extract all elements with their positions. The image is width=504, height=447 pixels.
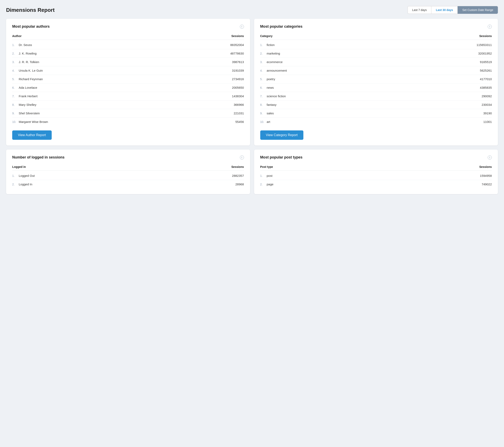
page-title: Dimensions Report	[6, 7, 54, 13]
row-rank: 2.	[260, 52, 267, 55]
post-types-card-title: Most popular post types	[260, 155, 303, 160]
row-name: J. K. Rowling	[19, 52, 224, 55]
row-sessions: 9165519	[471, 60, 492, 64]
row-name: sales	[267, 111, 472, 115]
row-name: post	[267, 174, 472, 178]
row-sessions: 11001	[471, 120, 492, 124]
post-types-card-header: Most popular post types i	[260, 155, 492, 160]
row-rank: 3.	[12, 60, 19, 64]
table-row: 4. announcement 5625261	[260, 66, 492, 75]
row-sessions: 221031	[224, 111, 244, 115]
post-types-table-header: Post type Sessions	[260, 163, 492, 171]
authors-table-header: Author Sessions	[12, 33, 244, 40]
row-sessions: 290092	[471, 94, 492, 98]
row-name: fantasy	[267, 103, 472, 107]
table-row: 6. Ada Lovelace 2005650	[12, 83, 244, 92]
date-controls: Last 7 days Last 30 days Set Custom Date…	[408, 6, 498, 14]
row-rank: 5.	[260, 77, 267, 81]
row-sessions: 28968	[224, 182, 244, 186]
table-row: 5. poetry 4177010	[260, 75, 492, 83]
table-row: 3. J. R. R. Tolkien 3987613	[12, 58, 244, 66]
row-sessions: 4177010	[471, 77, 492, 81]
row-rank: 5.	[12, 77, 19, 81]
table-row: 2. page 749022	[260, 180, 492, 188]
row-name: announcement	[267, 69, 472, 72]
categories-card-title: Most popular categories	[260, 24, 303, 29]
row-sessions: 1438304	[224, 94, 244, 98]
post-types-info-icon[interactable]: i	[488, 155, 492, 160]
logged-in-card: Number of logged in sessions i Logged in…	[6, 150, 250, 194]
table-row: 1. Logged Out 2882357	[12, 172, 244, 180]
categories-card: Most popular categories i Category Sessi…	[254, 19, 498, 145]
categories-table-body: 1. fiction 115653311 2. marketing 320019…	[260, 41, 492, 126]
row-name: J. R. R. Tolkien	[19, 60, 224, 64]
custom-date-range-button[interactable]: Set Custom Date Range	[458, 6, 498, 14]
table-row: 3. ecommerce 9165519	[260, 58, 492, 66]
row-sessions: 115653311	[471, 43, 492, 47]
logged-in-table-body: 1. Logged Out 2882357 2. Logged In 28968	[12, 172, 244, 188]
authors-card: Most popular authors i Author Sessions 1…	[6, 19, 250, 145]
categories-info-icon[interactable]: i	[488, 25, 492, 29]
logged-in-info-icon[interactable]: i	[240, 155, 244, 160]
categories-table-header: Category Sessions	[260, 33, 492, 40]
table-row: 10. art 11001	[260, 118, 492, 126]
row-sessions: 48778630	[224, 52, 244, 55]
row-name: Shel Silverstein	[19, 111, 224, 115]
row-sessions: 88352004	[224, 43, 244, 47]
row-name: Ada Lovelace	[19, 86, 224, 89]
row-sessions: 39190	[471, 111, 492, 115]
table-row: 1. Dr. Seuss 88352004	[12, 41, 244, 49]
categories-col-category: Category	[260, 34, 273, 38]
row-sessions: 3191039	[224, 69, 244, 72]
view-author-report-button[interactable]: View Author Report	[12, 130, 52, 140]
row-name: Dr. Seuss	[19, 43, 224, 47]
row-name: Frank Herbert	[19, 94, 224, 98]
logged-in-card-title: Number of logged in sessions	[12, 155, 65, 160]
row-rank: 10.	[260, 120, 267, 124]
logged-in-table-header: Logged in Sessions	[12, 163, 244, 171]
row-sessions: 3987613	[224, 60, 244, 64]
table-row: 8. fantasy 230034	[260, 101, 492, 109]
logged-in-col-type: Logged in	[12, 165, 26, 168]
row-name: fiction	[267, 43, 472, 47]
last-30-days-button[interactable]: Last 30 days	[431, 6, 458, 14]
post-types-col-type: Post type	[260, 165, 273, 168]
table-row: 10. Margaret Wise Brown 55456	[12, 118, 244, 126]
row-name: Ursula K. Le Guin	[19, 69, 224, 72]
last-7-days-button[interactable]: Last 7 days	[408, 6, 431, 14]
authors-col-author: Author	[12, 34, 21, 38]
row-rank: 9.	[260, 112, 267, 115]
categories-col-sessions: Sessions	[479, 34, 492, 38]
row-rank: 10.	[12, 120, 19, 124]
row-name: ecommerce	[267, 60, 472, 64]
post-types-table-body: 1. post 1594958 2. page 749022	[260, 172, 492, 188]
table-row: 7. science fiction 290092	[260, 92, 492, 101]
view-category-report-button[interactable]: View Category Report	[260, 130, 303, 140]
row-rank: 7.	[12, 95, 19, 98]
row-sessions: 1594958	[471, 174, 492, 178]
table-row: 9. sales 39190	[260, 109, 492, 118]
row-sessions: 32001952	[471, 52, 492, 55]
authors-card-header: Most popular authors i	[12, 24, 244, 29]
row-rank: 2.	[260, 183, 267, 186]
post-types-col-sessions: Sessions	[479, 165, 492, 168]
row-name: poetry	[267, 77, 472, 81]
row-name: page	[267, 182, 472, 186]
table-row: 4. Ursula K. Le Guin 3191039	[12, 66, 244, 75]
row-sessions: 5625261	[471, 69, 492, 72]
table-row: 5. Richard Feynman 2734916	[12, 75, 244, 83]
authors-info-icon[interactable]: i	[240, 25, 244, 29]
logged-in-col-sessions: Sessions	[231, 165, 244, 168]
row-name: Richard Feynman	[19, 77, 224, 81]
row-rank: 1.	[12, 174, 19, 178]
row-sessions: 55456	[224, 120, 244, 124]
row-rank: 1.	[260, 43, 267, 47]
authors-card-title: Most popular authors	[12, 24, 50, 29]
row-sessions: 2005650	[224, 86, 244, 89]
table-row: 2. marketing 32001952	[260, 49, 492, 58]
row-sessions: 2734916	[224, 77, 244, 81]
row-rank: 9.	[12, 112, 19, 115]
authors-col-sessions: Sessions	[231, 34, 244, 38]
row-rank: 2.	[12, 52, 19, 55]
page-header: Dimensions Report Last 7 days Last 30 da…	[6, 6, 498, 14]
